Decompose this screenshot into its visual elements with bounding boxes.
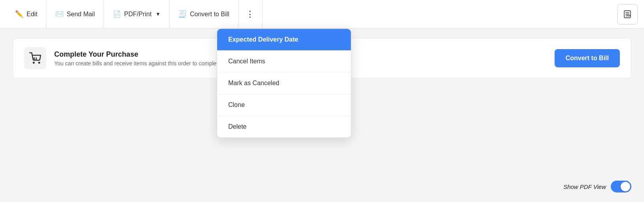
dropdown-item-expected-delivery-label: Expected Delivery Date [228, 36, 298, 43]
checklist-icon[interactable] [617, 4, 638, 25]
dropdown-item-clone-label: Clone [228, 101, 245, 108]
more-dots-icon: ⋮ [246, 9, 255, 19]
svg-point-4 [33, 62, 34, 63]
convert-to-bill-button[interactable]: 🧾 Convert to Bill [170, 0, 239, 28]
pdf-toggle-label: Show PDF View [563, 183, 606, 190]
pdf-print-button[interactable]: 📄 PDF/Print ▼ [104, 0, 170, 28]
mail-icon: ✉️ [55, 10, 64, 18]
pdf-dropdown-arrow: ▼ [155, 11, 161, 17]
dropdown-item-mark-as-canceled-label: Mark as Canceled [228, 80, 279, 86]
edit-icon: ✏️ [15, 10, 23, 18]
send-mail-label: Send Mail [67, 11, 95, 18]
convert-to-bill-label: Convert to Bill [190, 11, 229, 18]
cart-icon [24, 47, 46, 69]
more-options-button[interactable]: ⋮ [239, 0, 263, 28]
edit-button[interactable]: ✏️ Edit [6, 0, 47, 28]
pdf-toggle-row: Show PDF View [563, 181, 631, 192]
send-mail-button[interactable]: ✉️ Send Mail [47, 0, 104, 28]
dropdown-menu: Expected Delivery Date Cancel Items Mark… [217, 29, 351, 138]
bill-icon: 🧾 [178, 10, 187, 18]
dropdown-item-delete[interactable]: Delete [217, 116, 351, 137]
dropdown-item-cancel-items[interactable]: Cancel Items [217, 51, 351, 72]
notice-convert-to-bill-button[interactable]: Convert to Bill [555, 49, 620, 67]
svg-point-5 [39, 62, 40, 63]
toolbar: ✏️ Edit ✉️ Send Mail 📄 PDF/Print ▼ 🧾 Con… [0, 0, 644, 29]
edit-label: Edit [27, 11, 38, 18]
dropdown-item-cancel-items-label: Cancel Items [228, 58, 265, 65]
pdf-print-label: PDF/Print [124, 11, 152, 18]
pdf-view-toggle[interactable] [611, 181, 631, 192]
dropdown-item-clone[interactable]: Clone [217, 94, 351, 116]
dropdown-item-mark-as-canceled[interactable]: Mark as Canceled [217, 72, 351, 94]
toggle-knob [621, 182, 630, 191]
pdf-icon: 📄 [113, 10, 121, 18]
dropdown-item-expected-delivery[interactable]: Expected Delivery Date [217, 29, 351, 51]
dropdown-item-delete-label: Delete [228, 123, 246, 130]
